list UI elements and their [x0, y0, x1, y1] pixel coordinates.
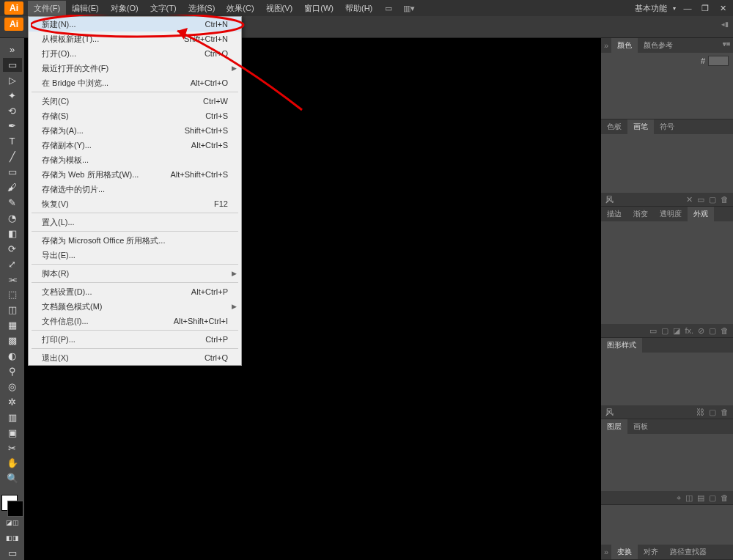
dock-icon[interactable]: ▭ — [381, 2, 396, 14]
tab-pathfinder[interactable]: 路径查找器 — [664, 545, 712, 559]
menu-item[interactable]: 打开(O)...Ctrl+O — [29, 46, 241, 61]
tab-graphic-styles[interactable]: 图形样式 — [601, 338, 642, 353]
new-style-icon[interactable]: ▢ — [709, 408, 716, 417]
tab-transform[interactable]: 变换 — [611, 545, 638, 559]
slice-tool-icon[interactable]: ✂ — [3, 441, 22, 455]
add-fill-icon[interactable]: ◪ — [673, 326, 680, 336]
minimize-button[interactable]: — — [682, 3, 693, 13]
panel-menu-icon[interactable]: ▾≡ — [723, 40, 730, 48]
delete-icon[interactable]: 🗑 — [721, 195, 729, 204]
eyedropper-tool-icon[interactable]: ⚲ — [3, 364, 22, 378]
fx-button[interactable]: fx. — [685, 326, 693, 335]
tab-brushes[interactable]: 画笔 — [627, 119, 654, 134]
close-button[interactable]: ✕ — [717, 3, 729, 13]
duplicate-icon[interactable]: ▢ — [709, 326, 716, 336]
new-art-icon[interactable]: ▭ — [649, 326, 657, 336]
remove-brush-icon[interactable]: ✕ — [686, 195, 693, 205]
tab-align[interactable]: 对齐 — [638, 545, 664, 559]
menu-item[interactable]: 最近打开的文件(F)▶ — [29, 61, 241, 75]
column-graph-tool-icon[interactable]: ▥ — [3, 410, 22, 424]
menu-item[interactable]: 关闭(C)Ctrl+W — [29, 94, 241, 108]
arrange-icon[interactable]: ▥▾ — [402, 2, 416, 14]
tab-symbols[interactable]: 符号 — [654, 119, 680, 134]
menu-item[interactable]: 存储副本(Y)...Alt+Ctrl+S — [29, 138, 241, 152]
break-link-icon[interactable]: ⛓ — [696, 408, 704, 416]
add-stroke-icon[interactable]: ▢ — [661, 326, 668, 336]
menu-item[interactable]: 恢复(V)F12 — [29, 196, 241, 211]
panel-menu-icon[interactable]: » — [3, 43, 22, 56]
selection-tool-icon[interactable]: ▭ — [3, 58, 22, 72]
menu-item[interactable]: 存储(S)Ctrl+S — [29, 108, 241, 123]
tab-layers[interactable]: 图层 — [601, 419, 627, 434]
pen-tool-icon[interactable]: ✒ — [3, 119, 22, 133]
rotate-tool-icon[interactable]: ⟳ — [3, 242, 22, 256]
menu-item[interactable]: 退出(X)Ctrl+Q — [29, 350, 241, 365]
perspective-grid-tool-icon[interactable]: ▦ — [3, 318, 22, 332]
hand-tool-icon[interactable]: ✋ — [3, 456, 22, 470]
gradient-tool-icon[interactable]: ◐ — [3, 349, 22, 363]
restore-button[interactable]: ❐ — [699, 3, 711, 13]
delete-icon[interactable]: 🗑 — [721, 493, 729, 502]
menu-select[interactable]: 选择(S) — [183, 1, 221, 16]
tab-gradient[interactable]: 渐变 — [627, 207, 654, 221]
draw-mode-icon[interactable]: ◧◨ — [3, 531, 22, 545]
rectangle-tool-icon[interactable]: ▭ — [3, 165, 22, 179]
free-transform-tool-icon[interactable]: ⬚ — [3, 288, 22, 302]
lasso-tool-icon[interactable]: ⟲ — [3, 104, 22, 118]
type-tool-icon[interactable]: T — [3, 134, 22, 148]
menu-type[interactable]: 文字(T) — [144, 1, 183, 16]
stroke-color-swatch[interactable] — [7, 501, 23, 517]
symbol-sprayer-tool-icon[interactable]: ✲ — [3, 395, 22, 409]
menu-edit[interactable]: 编辑(E) — [66, 1, 105, 16]
screen-mode-icon[interactable]: ▭ — [3, 546, 22, 560]
menu-effect[interactable]: 效果(C) — [221, 1, 259, 16]
menu-item[interactable]: 存储为模板... — [29, 152, 241, 167]
direct-selection-tool-icon[interactable]: ▷ — [3, 73, 22, 87]
make-clip-icon[interactable]: ◫ — [685, 493, 693, 503]
menu-item[interactable]: 文档设置(D)...Alt+Ctrl+P — [29, 284, 241, 299]
menu-help[interactable]: 帮助(H) — [339, 1, 378, 16]
options-icon[interactable]: ▭ — [697, 195, 704, 205]
blob-brush-tool-icon[interactable]: ◔ — [3, 211, 22, 225]
eraser-tool-icon[interactable]: ◧ — [3, 226, 22, 240]
locate-icon[interactable]: ⌖ — [677, 493, 681, 503]
delete-icon[interactable]: 🗑 — [721, 408, 729, 416]
color-mode-icon[interactable]: ◪◫ — [3, 515, 22, 529]
new-sublayer-icon[interactable]: ▤ — [697, 493, 704, 503]
pencil-tool-icon[interactable]: ✎ — [3, 196, 22, 210]
scale-tool-icon[interactable]: ⤢ — [3, 257, 22, 271]
panel-expand-icon[interactable]: » — [601, 548, 611, 556]
tab-color-guide[interactable]: 颜色参考 — [638, 38, 679, 53]
new-brush-icon[interactable]: ▢ — [709, 195, 716, 205]
tab-swatches[interactable]: 色板 — [601, 119, 627, 134]
menu-item[interactable]: 文档颜色模式(M)▶ — [29, 299, 241, 314]
zoom-tool-icon[interactable]: 🔍 — [3, 471, 22, 485]
mesh-tool-icon[interactable]: ▩ — [3, 334, 22, 347]
paintbrush-tool-icon[interactable]: 🖌 — [3, 180, 22, 194]
tab-color[interactable]: 颜色 — [611, 38, 638, 53]
menu-item[interactable]: 脚本(R)▶ — [29, 266, 241, 281]
hex-input[interactable]: # — [701, 56, 729, 66]
delete-icon[interactable]: 🗑 — [721, 326, 729, 335]
tab-appearance[interactable]: 外观 — [688, 207, 714, 221]
menu-view[interactable]: 视图(V) — [260, 1, 299, 16]
menu-item[interactable]: 打印(P)...Ctrl+P — [29, 332, 241, 347]
panel-collapse-icon[interactable]: ◂▮ — [721, 21, 729, 28]
menu-item[interactable]: 新建(N)...Ctrl+N — [29, 17, 241, 32]
tab-artboards[interactable]: 画板 — [627, 419, 654, 434]
artboard-tool-icon[interactable]: ▣ — [3, 426, 22, 440]
menu-item[interactable]: 文件信息(I)...Alt+Shift+Ctrl+I — [29, 314, 241, 328]
menu-item[interactable]: 存储选中的切片... — [29, 182, 241, 196]
menu-item[interactable]: 存储为 Microsoft Office 所用格式... — [29, 233, 241, 248]
menu-item[interactable]: 在 Bridge 中浏览...Alt+Ctrl+O — [29, 75, 241, 90]
menu-object[interactable]: 对象(O) — [105, 1, 144, 16]
menu-item[interactable]: 置入(L)... — [29, 215, 241, 229]
menu-item[interactable]: 导出(E)... — [29, 248, 241, 262]
magic-wand-tool-icon[interactable]: ✦ — [3, 89, 22, 103]
line-tool-icon[interactable]: ╱ — [3, 150, 22, 163]
blend-tool-icon[interactable]: ◎ — [3, 380, 22, 394]
tab-stroke[interactable]: 描边 — [601, 207, 627, 221]
tab-transparency[interactable]: 透明度 — [654, 207, 688, 221]
clear-icon[interactable]: ⊘ — [698, 326, 704, 336]
menu-window[interactable]: 窗口(W) — [298, 1, 339, 16]
